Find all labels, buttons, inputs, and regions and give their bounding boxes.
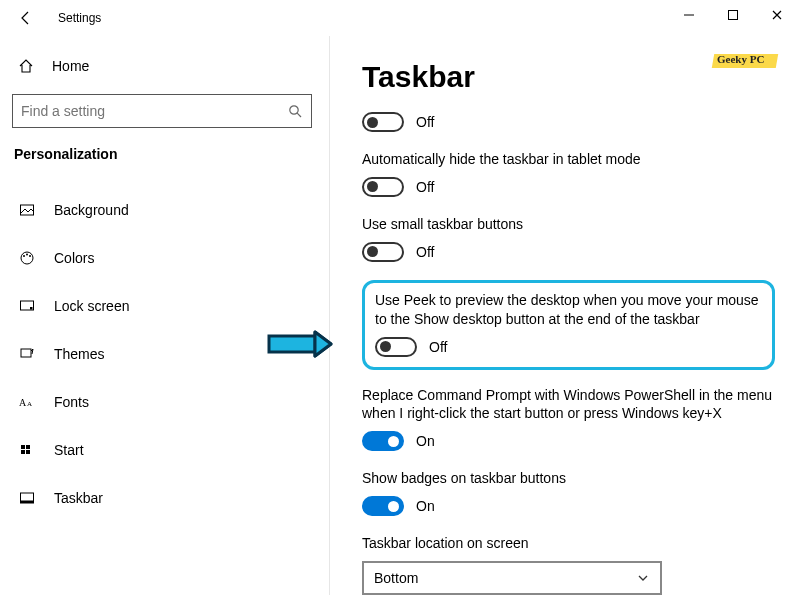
taskbar-icon (18, 490, 36, 506)
start-icon (18, 442, 36, 458)
toggle-state: Off (416, 179, 434, 195)
main-panel: Taskbar Off Automatically hide the taskb… (330, 36, 799, 595)
picture-icon (18, 202, 36, 218)
svg-rect-14 (21, 445, 25, 449)
page-title: Taskbar (362, 60, 775, 94)
toggle-state: On (416, 498, 435, 514)
highlighted-setting: Use Peek to preview the desktop when you… (362, 280, 775, 370)
toggle-state: Off (429, 339, 447, 355)
svg-rect-11 (21, 349, 31, 357)
toggle-state: Off (416, 114, 434, 130)
lockscreen-icon (18, 298, 36, 314)
sidebar-item-label: Start (54, 442, 84, 458)
sidebar-home-label: Home (52, 58, 89, 74)
svg-point-7 (26, 254, 28, 256)
sidebar-item-label: Background (54, 202, 129, 218)
svg-rect-10 (30, 307, 33, 310)
setting-label: Use small taskbar buttons (362, 215, 775, 234)
minimize-button[interactable] (667, 0, 711, 30)
svg-point-2 (290, 106, 298, 114)
toggle-state: Off (416, 244, 434, 260)
search-field[interactable] (21, 103, 287, 119)
sidebar-item-label: Colors (54, 250, 94, 266)
sidebar-item-label: Taskbar (54, 490, 103, 506)
toggle-state: On (416, 433, 435, 449)
toggle-peek[interactable] (375, 337, 417, 357)
sidebar-item-start[interactable]: Start (12, 430, 317, 470)
app-title: Settings (58, 11, 101, 25)
svg-rect-16 (21, 450, 25, 454)
themes-icon (18, 346, 36, 362)
dropdown-value: Bottom (374, 570, 418, 586)
sidebar: Home Personalization Background Colors L… (0, 36, 330, 595)
sidebar-item-colors[interactable]: Colors (12, 238, 317, 278)
svg-rect-17 (26, 450, 30, 454)
back-button[interactable] (12, 4, 40, 32)
home-icon (18, 58, 34, 74)
setting-label: Replace Command Prompt with Windows Powe… (362, 386, 775, 424)
chevron-down-icon (636, 571, 650, 585)
sidebar-item-label: Fonts (54, 394, 89, 410)
toggle-badges[interactable] (362, 496, 404, 516)
toggle-tablet-hide[interactable] (362, 177, 404, 197)
svg-text:A: A (19, 397, 27, 408)
svg-text:A: A (27, 400, 32, 408)
fonts-icon: AA (18, 394, 36, 410)
sidebar-item-lockscreen[interactable]: Lock screen (12, 286, 317, 326)
sidebar-item-taskbar[interactable]: Taskbar (12, 478, 317, 518)
titlebar: Settings (0, 0, 799, 36)
sidebar-item-label: Themes (54, 346, 105, 362)
toggle-powershell[interactable] (362, 431, 404, 451)
toggle-unknown[interactable] (362, 112, 404, 132)
palette-icon (18, 250, 36, 266)
svg-rect-1 (729, 11, 738, 20)
svg-point-6 (23, 255, 25, 257)
setting-label: Show badges on taskbar buttons (362, 469, 775, 488)
taskbar-location-dropdown[interactable]: Bottom (362, 561, 662, 595)
svg-point-8 (29, 255, 31, 257)
setting-label: Taskbar location on screen (362, 534, 775, 553)
search-input[interactable] (12, 94, 312, 128)
maximize-button[interactable] (711, 0, 755, 30)
setting-label: Use Peek to preview the desktop when you… (375, 291, 762, 329)
toggle-small-buttons[interactable] (362, 242, 404, 262)
close-button[interactable] (755, 0, 799, 30)
sidebar-item-fonts[interactable]: AA Fonts (12, 382, 317, 422)
svg-rect-19 (21, 501, 34, 504)
setting-label: Automatically hide the taskbar in tablet… (362, 150, 775, 169)
sidebar-item-label: Lock screen (54, 298, 129, 314)
sidebar-item-themes[interactable]: Themes (12, 334, 317, 374)
svg-line-3 (297, 113, 301, 117)
search-icon (287, 103, 303, 119)
sidebar-item-background[interactable]: Background (12, 190, 317, 230)
sidebar-category: Personalization (12, 146, 317, 162)
svg-rect-15 (26, 445, 30, 449)
sidebar-home[interactable]: Home (12, 44, 317, 88)
